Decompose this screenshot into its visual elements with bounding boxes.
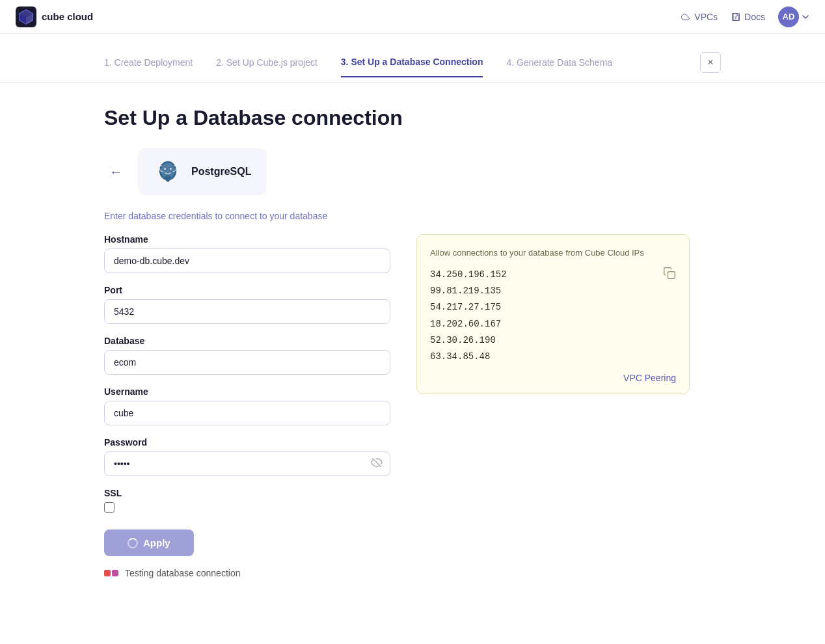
step-setup-cubejs[interactable]: 2. Set Up Cube.js project	[216, 57, 318, 77]
cube-cloud-logo-icon	[16, 7, 36, 27]
page-title: Set Up a Database connection	[104, 106, 721, 130]
svg-point-8	[170, 168, 172, 170]
back-button[interactable]: ←	[104, 162, 128, 182]
database-input[interactable]	[104, 350, 390, 375]
docs-icon	[731, 12, 741, 22]
avatar: AD	[778, 7, 799, 27]
svg-point-7	[164, 168, 166, 170]
ip-item-1: 99.81.219.135	[430, 283, 507, 299]
navbar-right: VPCs Docs AD	[681, 7, 809, 27]
ip-item-2: 54.217.27.175	[430, 299, 507, 315]
form-layout: Hostname Port Database Username Password	[104, 234, 721, 578]
apply-button[interactable]: Apply	[104, 530, 194, 556]
copy-icon	[663, 267, 676, 280]
status-icon	[104, 570, 118, 576]
db-name: PostgreSQL	[191, 166, 251, 178]
password-label: Password	[104, 437, 390, 448]
hostname-label: Hostname	[104, 234, 390, 245]
avatar-wrapper[interactable]: AD	[778, 7, 809, 27]
status-square-red	[104, 570, 111, 576]
db-selector: ← PostgreSQL	[104, 148, 721, 195]
ssl-group: SSL	[104, 488, 390, 515]
step-setup-db[interactable]: 3. Set Up a Database Connection	[341, 57, 483, 77]
form-subtitle: Enter database credentials to connect to…	[104, 211, 721, 221]
hostname-input[interactable]	[104, 248, 390, 273]
docs-label: Docs	[744, 12, 765, 22]
ssl-checkbox[interactable]	[104, 502, 115, 513]
cloud-icon	[681, 12, 691, 22]
username-group: Username	[104, 386, 390, 425]
step-create-deployment[interactable]: 1. Create Deployment	[104, 57, 193, 77]
testing-status: Testing database connection	[104, 568, 390, 578]
password-wrapper	[104, 451, 390, 476]
ip-list-header: 34.250.196.152 99.81.219.135 54.217.27.1…	[430, 267, 676, 365]
eye-icon[interactable]	[371, 457, 383, 471]
ip-box: Allow connections to your database from …	[416, 234, 690, 394]
stepper: 1. Create Deployment 2. Set Up Cube.js p…	[0, 52, 825, 83]
ip-list: 34.250.196.152 99.81.219.135 54.217.27.1…	[430, 267, 507, 365]
vpc-peering-link[interactable]: VPC Peering	[430, 373, 676, 383]
ip-item-0: 34.250.196.152	[430, 267, 507, 283]
chevron-down-icon	[802, 13, 809, 21]
svg-rect-9	[668, 272, 675, 279]
username-label: Username	[104, 386, 390, 397]
vpcs-link[interactable]: VPCs	[681, 12, 718, 22]
close-button[interactable]: ×	[700, 52, 721, 73]
logo-text: cube cloud	[42, 11, 93, 22]
main-content: Set Up a Database connection ← PostgreSQ…	[0, 83, 825, 602]
ip-item-4: 52.30.26.190	[430, 332, 507, 349]
docs-link[interactable]: Docs	[731, 12, 765, 22]
ip-item-3: 18.202.60.167	[430, 316, 507, 332]
step-generate-schema[interactable]: 4. Generate Data Schema	[506, 57, 612, 77]
status-square-purple	[112, 570, 118, 576]
copy-ips-button[interactable]	[663, 267, 676, 283]
db-card: PostgreSQL	[138, 148, 267, 195]
port-label: Port	[104, 285, 390, 295]
navbar: cube cloud VPCs Docs AD	[0, 0, 825, 34]
username-input[interactable]	[104, 401, 390, 425]
hostname-group: Hostname	[104, 234, 390, 273]
ip-item-5: 63.34.85.48	[430, 349, 507, 365]
database-group: Database	[104, 336, 390, 375]
database-label: Database	[104, 336, 390, 346]
apply-label: Apply	[143, 537, 170, 548]
logo-area: cube cloud	[16, 7, 93, 27]
password-group: Password	[104, 437, 390, 476]
apply-spinner	[128, 538, 138, 548]
testing-label: Testing database connection	[125, 568, 240, 578]
port-group: Port	[104, 285, 390, 324]
port-input[interactable]	[104, 299, 390, 324]
postgresql-logo-icon	[154, 157, 182, 186]
password-input[interactable]	[104, 451, 390, 476]
vpcs-label: VPCs	[694, 12, 718, 22]
ssl-label: SSL	[104, 488, 390, 498]
ip-box-title: Allow connections to your database from …	[430, 248, 676, 258]
form-left: Hostname Port Database Username Password	[104, 234, 390, 578]
